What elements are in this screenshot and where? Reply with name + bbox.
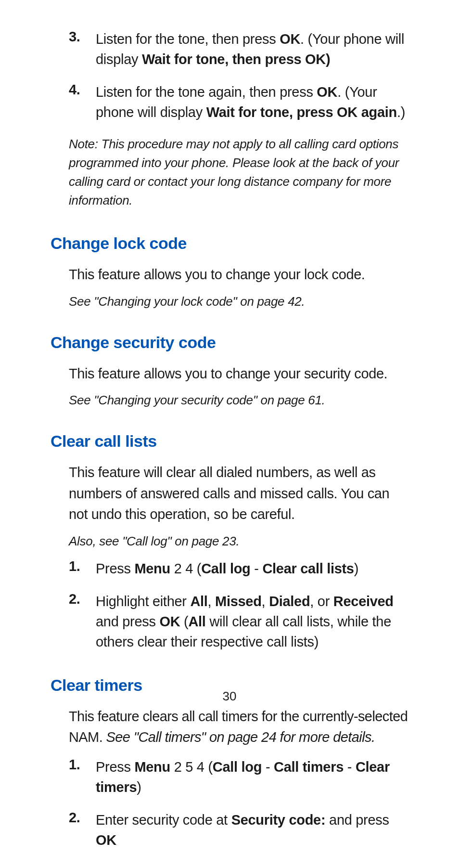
top-list-item: 3.Listen for the tone, then press OK. (Y…: [51, 29, 408, 69]
ref-change-security-code: See "Changing your security code" on pag…: [69, 393, 408, 408]
top-list-item-text: Listen for the tone, then press OK. (You…: [96, 29, 408, 69]
body-change-lock-code: This feature allows you to change your l…: [69, 264, 408, 285]
heading-change-security-code: Change security code: [51, 333, 408, 352]
top-list-item: 4.Listen for the tone again, then press …: [51, 82, 408, 122]
heading-change-lock-code: Change lock code: [51, 234, 408, 253]
clear-call-lists-item-text: Highlight either All, Missed, Dialed, or…: [96, 591, 408, 652]
body-change-security-code: This feature allows you to change your s…: [69, 363, 408, 385]
clear-timers-item-text: Enter security code at Security code: an…: [96, 810, 408, 850]
clear-call-lists-item: 2.Highlight either All, Missed, Dialed, …: [51, 591, 408, 652]
top-list: 3.Listen for the tone, then press OK. (Y…: [51, 29, 408, 122]
clear-call-lists-item-number: 2.: [69, 591, 96, 652]
top-note: Note: This procedure may not apply to al…: [69, 135, 408, 210]
body-clear-timers: This feature clears all call timers for …: [69, 706, 408, 748]
clear-timers-item-number: 2.: [69, 810, 96, 850]
clear-call-lists-steps: 1.Press Menu 2 4 (Call log - Clear call …: [51, 558, 408, 652]
clear-timers-item-number: 1.: [69, 757, 96, 797]
heading-clear-call-lists: Clear call lists: [51, 432, 408, 451]
top-list-item-number: 4.: [69, 82, 96, 122]
clear-call-lists-item: 1.Press Menu 2 4 (Call log - Clear call …: [51, 558, 408, 579]
page: 3.Listen for the tone, then press OK. (Y…: [0, 0, 459, 868]
clear-timers-steps: 1.Press Menu 2 5 4 (Call log - Call time…: [51, 757, 408, 850]
clear-call-lists-item-text: Press Menu 2 4 (Call log - Clear call li…: [96, 558, 358, 579]
top-list-item-text: Listen for the tone again, then press OK…: [96, 82, 408, 122]
top-list-item-number: 3.: [69, 29, 96, 69]
page-number: 30: [0, 689, 459, 704]
ref-change-lock-code: See "Changing your lock code" on page 42…: [69, 294, 408, 309]
clear-call-lists-item-number: 1.: [69, 558, 96, 579]
clear-timers-item-text: Press Menu 2 5 4 (Call log - Call timers…: [96, 757, 408, 797]
ref-clear-call-lists: Also, see "Call log" on page 23.: [69, 534, 408, 549]
body-clear-call-lists: This feature will clear all dialed numbe…: [69, 462, 408, 525]
clear-timers-item: 2.Enter security code at Security code: …: [51, 810, 408, 850]
clear-timers-item: 1.Press Menu 2 5 4 (Call log - Call time…: [51, 757, 408, 797]
